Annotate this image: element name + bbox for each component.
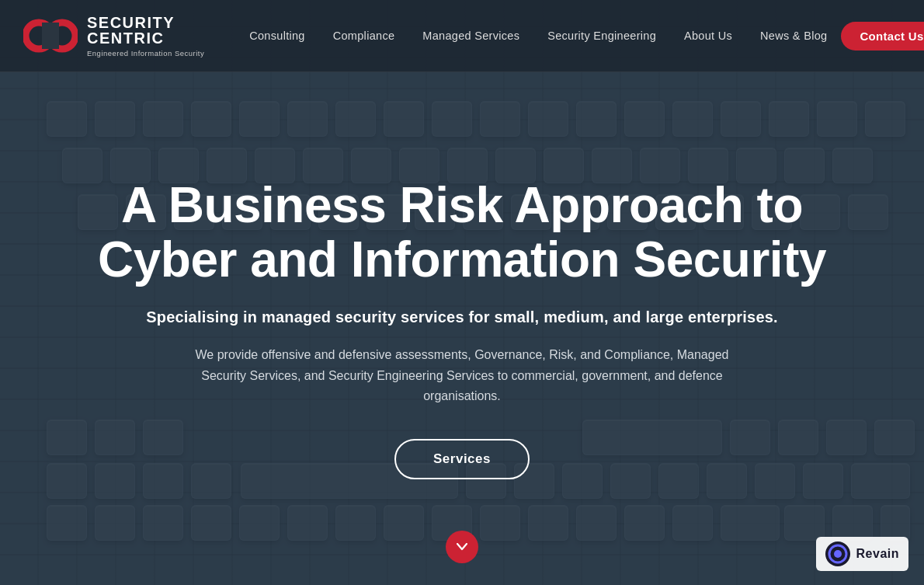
hero-description: We provide offensive and defensive asses… [182, 345, 742, 406]
services-button[interactable]: Services [394, 439, 530, 479]
nav-link-managed-services[interactable]: Managed Services [408, 30, 533, 42]
svg-rect-2 [42, 23, 59, 49]
revain-badge: Revain [816, 537, 908, 571]
svg-point-10 [834, 550, 842, 558]
scroll-down-button[interactable] [446, 531, 478, 563]
nav-link-about-us[interactable]: About Us [670, 30, 746, 42]
hero-section: A Business Risk Approach to Cyber and In… [0, 72, 924, 585]
nav-link-compliance[interactable]: Compliance [319, 30, 409, 42]
nav-links: Consulting Compliance Managed Services S… [235, 30, 841, 42]
nav-link-security-engineering[interactable]: Security Engineering [533, 30, 670, 42]
chevron-down-icon [457, 543, 467, 551]
hero-subtitle: Specialising in managed security service… [146, 308, 778, 326]
logo-icon [23, 12, 78, 59]
nav-link-consulting[interactable]: Consulting [235, 30, 319, 42]
hero-title: A Business Risk Approach to Cyber and In… [93, 178, 831, 287]
nav-right: Contact Us [841, 22, 924, 50]
navbar: SECURITY CENTRIC Engineered Information … [0, 0, 924, 72]
logo-name: SECURITY CENTRIC [87, 15, 204, 46]
nav-link-news-blog[interactable]: News & Blog [746, 30, 841, 42]
revain-label: Revain [856, 547, 899, 561]
logo-text: SECURITY CENTRIC Engineered Information … [87, 15, 204, 57]
revain-icon [825, 541, 850, 566]
contact-button[interactable]: Contact Us [841, 22, 924, 50]
logo[interactable]: SECURITY CENTRIC Engineered Information … [23, 12, 204, 59]
logo-tagline: Engineered Information Security [87, 49, 204, 57]
logo-line2: CENTRIC [87, 30, 164, 47]
logo-line1: SECURITY [87, 14, 175, 31]
